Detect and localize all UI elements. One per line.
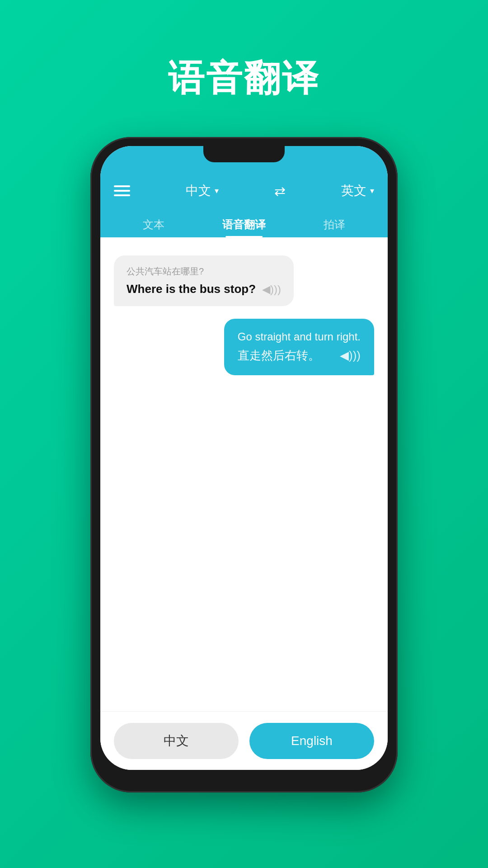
bubble-main-text: Where is the bus stop? xyxy=(127,282,256,296)
bubble-right-line2: 直走然后右转。 xyxy=(238,348,320,363)
phone-notch xyxy=(203,146,285,162)
source-language-selector[interactable]: 中文 ▾ xyxy=(186,182,219,199)
bubble-main: Where is the bus stop? ◀))) xyxy=(127,282,281,296)
target-language-label: 英文 xyxy=(341,182,366,199)
phone-wrapper: 中文 ▾ ⇄ 英文 ▾ 文本 语音翻译 xyxy=(86,130,402,799)
bottom-bar: 中文 English xyxy=(100,711,388,770)
speaker-icon-right[interactable]: ◀))) xyxy=(340,349,361,363)
target-lang-arrow: ▾ xyxy=(370,186,374,196)
tab-bar: 文本 语音翻译 拍译 xyxy=(114,212,374,237)
app-header: 中文 ▾ ⇄ 英文 ▾ 文本 语音翻译 xyxy=(100,169,388,237)
tab-photo-translate[interactable]: 拍译 xyxy=(314,212,354,237)
chat-area: 公共汽车站在哪里? Where is the bus stop? ◀))) Go… xyxy=(100,237,388,711)
page-title: 语音翻译 xyxy=(168,54,320,103)
source-lang-arrow: ▾ xyxy=(215,186,219,196)
message-bubble-left: 公共汽车站在哪里? Where is the bus stop? ◀))) xyxy=(114,255,294,306)
bubble-right-bottom: 直走然后右转。 ◀))) xyxy=(238,348,361,363)
message-bubble-right: Go straight and turn right. 直走然后右转。 ◀))) xyxy=(224,319,374,375)
menu-button[interactable] xyxy=(114,185,130,196)
header-top: 中文 ▾ ⇄ 英文 ▾ xyxy=(114,177,374,205)
english-mic-button[interactable]: English xyxy=(249,723,374,759)
speaker-icon-left[interactable]: ◀))) xyxy=(262,283,281,296)
bubble-subtitle: 公共汽车站在哪里? xyxy=(127,265,281,278)
target-language-selector[interactable]: 英文 ▾ xyxy=(341,182,374,199)
notch-area xyxy=(100,146,388,169)
swap-language-button[interactable]: ⇄ xyxy=(274,183,286,199)
tab-voice-translate[interactable]: 语音翻译 xyxy=(213,212,275,237)
chinese-mic-button[interactable]: 中文 xyxy=(114,723,239,759)
phone-screen: 中文 ▾ ⇄ 英文 ▾ 文本 语音翻译 xyxy=(100,146,388,770)
bubble-right-line1: Go straight and turn right. xyxy=(238,330,361,343)
source-language-label: 中文 xyxy=(186,182,211,199)
tab-text[interactable]: 文本 xyxy=(134,212,174,237)
